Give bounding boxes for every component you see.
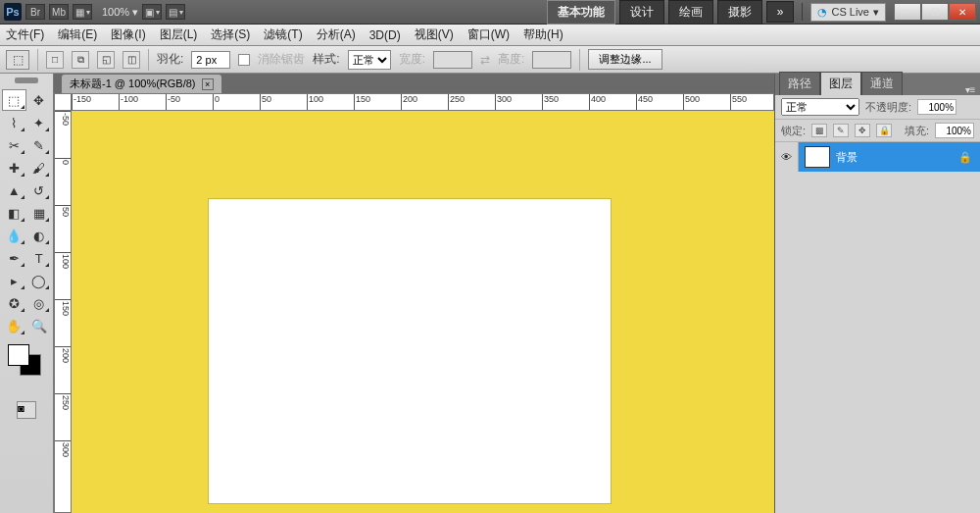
quick-select-tool[interactable]: ✦	[27, 112, 52, 133]
layer-thumbnail[interactable]	[805, 146, 830, 168]
style-select[interactable]: 正常	[348, 50, 391, 70]
menu-image[interactable]: 图像(I)	[111, 26, 145, 43]
layer-name: 背景	[836, 150, 858, 165]
menu-layer[interactable]: 图层(L)	[160, 26, 198, 43]
antialias-checkbox[interactable]	[238, 54, 250, 66]
feather-input[interactable]	[191, 51, 230, 69]
window-close-button[interactable]: ✕	[949, 3, 976, 21]
eyedropper-tool[interactable]: ✎	[27, 134, 52, 156]
bridge-button[interactable]: Br	[25, 4, 45, 20]
app-titlebar: Ps Br Mb ▦ 100%▾ ▣ ▤ 基本功能 设计 绘画 摄影 » ◔ C…	[0, 0, 980, 25]
close-tab-button[interactable]: ×	[202, 78, 214, 90]
menu-analysis[interactable]: 分析(A)	[317, 26, 356, 43]
move-tool[interactable]: ✥	[27, 89, 52, 111]
lock-icon: 🔒	[958, 151, 972, 164]
color-swatches[interactable]	[2, 344, 51, 376]
workspace-painting[interactable]: 绘画	[668, 0, 713, 25]
antialias-label: 消除锯齿	[258, 51, 305, 68]
history-brush-tool[interactable]: ↺	[27, 180, 52, 201]
zoom-value: 100%	[102, 6, 129, 18]
style-label: 样式:	[313, 51, 339, 68]
cslive-icon: ◔	[817, 6, 827, 19]
workspace: ⬚ ✥ ⌇ ✦ ✂ ✎ ✚ 🖌 ▲ ↺ ◧ ▦ 💧 ◐ ✒ T ▸ ◯ ✪ ◎ …	[0, 74, 980, 513]
current-tool-indicator[interactable]: ⬚	[6, 50, 29, 70]
selection-subtract-button[interactable]: ◱	[97, 51, 115, 69]
menu-edit[interactable]: 编辑(E)	[58, 26, 97, 43]
cslive-button[interactable]: ◔ CS Live ▾	[810, 3, 886, 22]
pen-tool[interactable]: ✒	[2, 247, 26, 269]
ruler-horizontal[interactable]: -150-100-5005010015020025030035040045050…	[72, 93, 774, 111]
workspace-more[interactable]: »	[766, 1, 795, 23]
document-tab-label: 未标题-1 @ 100%(RGB/8)	[70, 77, 196, 91]
menu-window[interactable]: 窗口(W)	[467, 26, 510, 43]
3d-camera-tool[interactable]: ◎	[27, 292, 52, 314]
type-tool[interactable]: T	[27, 247, 52, 269]
workspace-design[interactable]: 设计	[619, 0, 664, 25]
panel-menu-button[interactable]: ▾≡	[964, 84, 980, 95]
selection-intersect-button[interactable]: ◫	[122, 51, 140, 69]
shape-tool[interactable]: ◯	[27, 270, 52, 291]
path-select-tool[interactable]: ▸	[2, 270, 26, 291]
foreground-color[interactable]	[8, 344, 29, 366]
lock-pixels-button[interactable]: ✎	[833, 124, 849, 137]
minibridge-button[interactable]: Mb	[49, 4, 69, 20]
healing-tool[interactable]: ✚	[2, 157, 26, 179]
menu-help[interactable]: 帮助(H)	[523, 26, 564, 43]
visibility-toggle[interactable]: 👁	[775, 142, 799, 172]
menu-view[interactable]: 视图(V)	[415, 26, 454, 43]
selection-new-button[interactable]: □	[46, 51, 64, 69]
refine-edge-button[interactable]: 调整边缘...	[588, 49, 662, 70]
menu-3d[interactable]: 3D(D)	[369, 28, 401, 42]
canvas-artboard[interactable]	[209, 199, 611, 503]
document-area: 未标题-1 @ 100%(RGB/8) × -150-100-500501001…	[54, 74, 774, 513]
hand-tool[interactable]: ✋	[2, 315, 26, 336]
lock-position-button[interactable]: ✥	[855, 124, 870, 137]
zoom-tool[interactable]: 🔍	[27, 315, 52, 336]
tab-channels[interactable]: 通道	[861, 72, 903, 95]
zoom-level[interactable]: 100%▾	[102, 6, 138, 19]
layer-row[interactable]: 👁 背景 🔒	[775, 142, 980, 172]
crop-tool[interactable]: ✂	[2, 134, 26, 156]
canvas-viewport[interactable]	[72, 111, 774, 513]
main-menu: 文件(F) 编辑(E) 图像(I) 图层(L) 选择(S) 滤镜(T) 分析(A…	[0, 25, 980, 46]
chevron-down-icon: ▾	[873, 6, 879, 19]
lasso-tool[interactable]: ⌇	[2, 112, 26, 133]
ruler-origin[interactable]	[54, 93, 72, 111]
fill-label: 填充:	[905, 124, 929, 138]
window-minimize-button[interactable]: —	[894, 3, 921, 21]
workspace-photography[interactable]: 摄影	[717, 0, 762, 25]
quick-mask-button[interactable]: ◙	[2, 401, 51, 419]
lock-all-button[interactable]: 🔒	[876, 124, 892, 137]
workspace-essentials[interactable]: 基本功能	[547, 0, 615, 25]
ruler-vertical[interactable]: -50050100150200250300	[54, 111, 72, 513]
tab-layers[interactable]: 图层	[820, 72, 861, 95]
screen-mode-button[interactable]: ▣	[142, 4, 162, 20]
cslive-label: CS Live	[831, 6, 869, 18]
menu-filter[interactable]: 滤镜(T)	[264, 26, 302, 43]
document-tab[interactable]: 未标题-1 @ 100%(RGB/8) ×	[62, 75, 221, 93]
chevron-down-icon: ▾	[132, 6, 138, 19]
tab-paths[interactable]: 路径	[779, 72, 820, 95]
photoshop-icon: Ps	[4, 3, 22, 21]
brush-tool[interactable]: 🖌	[27, 157, 52, 179]
lock-row: 锁定: ▩ ✎ ✥ 🔒 填充:	[775, 120, 980, 142]
extras-button[interactable]: ▤	[166, 4, 185, 20]
blend-mode-select[interactable]: 正常	[781, 98, 859, 116]
dodge-tool[interactable]: ◐	[27, 225, 52, 246]
eraser-tool[interactable]: ◧	[2, 202, 26, 224]
selection-add-button[interactable]: ⧉	[72, 51, 89, 69]
window-maximize-button[interactable]: ☐	[921, 3, 949, 21]
3d-tool[interactable]: ✪	[2, 292, 26, 314]
menu-file[interactable]: 文件(F)	[6, 26, 44, 43]
arrange-docs-button[interactable]: ▦	[73, 4, 92, 20]
gradient-tool[interactable]: ▦	[27, 202, 52, 224]
fill-input[interactable]	[935, 123, 974, 138]
lock-transparency-button[interactable]: ▩	[811, 124, 827, 137]
stamp-tool[interactable]: ▲	[2, 180, 26, 201]
marquee-tool[interactable]: ⬚	[2, 89, 26, 111]
opacity-input[interactable]	[917, 99, 956, 115]
height-input	[532, 51, 571, 69]
menu-select[interactable]: 选择(S)	[211, 26, 250, 43]
blur-tool[interactable]: 💧	[2, 225, 26, 246]
toolbox-grip[interactable]	[2, 77, 51, 87]
